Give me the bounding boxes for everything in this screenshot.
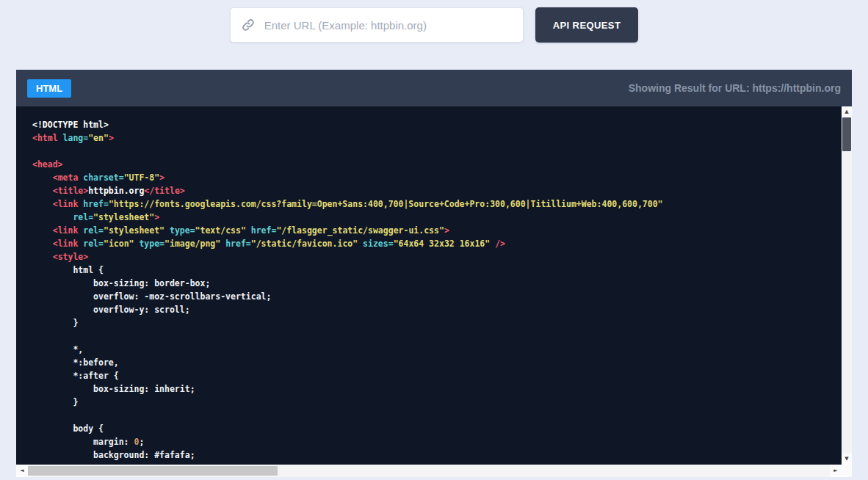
code-line: html { bbox=[32, 263, 842, 277]
code-line: *:before, bbox=[32, 356, 842, 369]
api-request-button[interactable]: API REQUEST bbox=[535, 7, 639, 43]
horizontal-scrollbar-row: ◄ ► bbox=[16, 465, 852, 477]
link-icon bbox=[241, 18, 256, 32]
code-line: <link rel="icon" type="image/png" href="… bbox=[32, 237, 842, 250]
result-caption: Showing Result for URL: https://httpbin.… bbox=[629, 82, 841, 94]
code-line: overflow: -moz-scrollbars-vertical; bbox=[32, 290, 842, 303]
code-line: <meta charset="UTF-8"> bbox=[32, 171, 842, 184]
code-line: } bbox=[32, 396, 842, 409]
code-line: background: #fafafa; bbox=[32, 448, 842, 462]
code-line bbox=[32, 330, 842, 343]
code-line: margin: 0; bbox=[32, 435, 842, 448]
code-viewport: <!DOCTYPE html><html lang="en"> <head> <… bbox=[16, 106, 842, 465]
code-line: <title>httpbin.org</title> bbox=[32, 184, 842, 197]
top-toolbar: API REQUEST bbox=[0, 0, 868, 70]
horizontal-scrollbar[interactable]: ◄ ► bbox=[16, 465, 842, 477]
url-input[interactable] bbox=[263, 18, 513, 32]
scroll-right-icon[interactable]: ► bbox=[830, 465, 842, 477]
url-input-container bbox=[230, 7, 524, 43]
code-line: overflow-y: scroll; bbox=[32, 303, 842, 316]
code-line: box-sizing: border-box; bbox=[32, 277, 842, 290]
code-line: <link rel="stylesheet" type="text/css" h… bbox=[32, 224, 842, 237]
code-line: <html lang="en"> bbox=[32, 131, 842, 145]
html-language-badge[interactable]: HTML bbox=[27, 79, 71, 98]
code-line bbox=[32, 409, 842, 422]
code-region: <!DOCTYPE html><html lang="en"> <head> <… bbox=[16, 106, 852, 465]
scroll-down-icon[interactable]: ▼ bbox=[842, 454, 852, 465]
code-line: rel="stylesheet"> bbox=[32, 211, 842, 224]
result-panel-header: HTML Showing Result for URL: https://htt… bbox=[16, 70, 852, 106]
result-panel: HTML Showing Result for URL: https://htt… bbox=[16, 70, 852, 477]
vertical-scrollbar[interactable]: ▲ ▼ bbox=[842, 106, 852, 465]
scroll-left-icon[interactable]: ◄ bbox=[16, 465, 28, 477]
code-line: *:after { bbox=[32, 369, 842, 382]
scroll-up-icon[interactable]: ▲ bbox=[842, 106, 852, 117]
code-line: box-sizing: inherit; bbox=[32, 382, 842, 396]
code-line: } bbox=[32, 316, 842, 330]
code-line: body { bbox=[32, 422, 842, 435]
code-line: *, bbox=[32, 343, 842, 356]
scrollbar-corner bbox=[842, 465, 852, 477]
code-line: <style> bbox=[32, 250, 842, 263]
code-line: <!DOCTYPE html> bbox=[32, 118, 842, 131]
code-block: <!DOCTYPE html><html lang="en"> <head> <… bbox=[16, 106, 842, 462]
code-line bbox=[32, 145, 842, 158]
code-line: <link href="https://fonts.googleapis.com… bbox=[32, 197, 842, 211]
horizontal-scroll-thumb[interactable] bbox=[28, 466, 278, 476]
vertical-scroll-thumb[interactable] bbox=[842, 117, 851, 151]
code-line: <head> bbox=[32, 158, 842, 171]
